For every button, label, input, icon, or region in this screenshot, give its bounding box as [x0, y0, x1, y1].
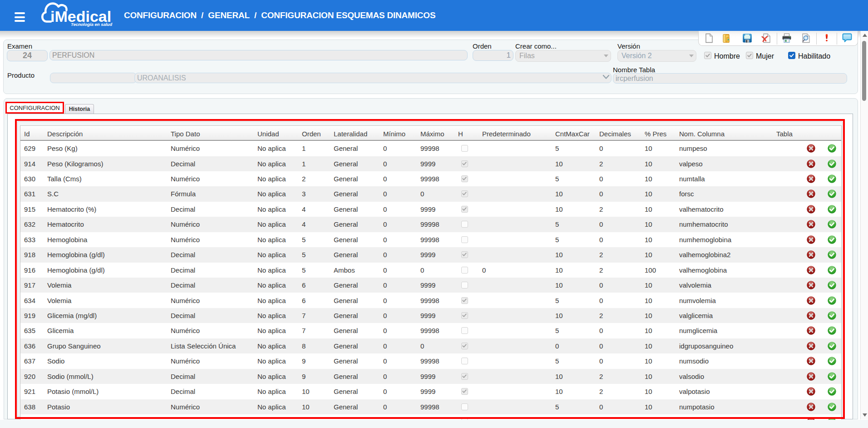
svg-text:Tecnología en salud: Tecnología en salud [71, 22, 112, 27]
